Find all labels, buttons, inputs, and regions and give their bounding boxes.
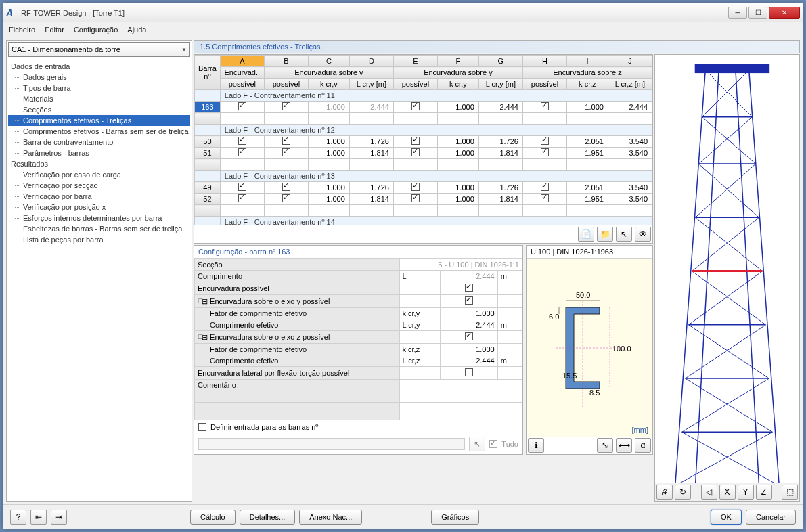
detalhes-button[interactable]: Detalhes... [240, 510, 296, 525]
info-icon[interactable]: ℹ [528, 438, 544, 453]
next-icon[interactable]: ⇥ [51, 510, 67, 525]
menu-editar[interactable]: Editar [45, 26, 64, 34]
menu-config[interactable]: Configuração [74, 26, 118, 34]
tree-item[interactable]: Secções [8, 104, 190, 115]
checkbox[interactable] [238, 137, 246, 145]
menu-ficheiro[interactable]: Ficheiro [9, 26, 35, 34]
checkbox[interactable] [541, 148, 549, 156]
config-panel: Configuração - barra nº 163 Secção5 - U … [194, 245, 523, 455]
view-3d-icon[interactable]: ⬚ [782, 485, 798, 500]
tree-item[interactable]: Verificação por posição x [8, 202, 190, 213]
case-combo[interactable]: CA1 - Dimensionamento da torre [8, 42, 190, 57]
checkbox[interactable] [238, 102, 246, 110]
minimize-button[interactable]: ─ [728, 7, 747, 19]
tree-item[interactable]: Barra de contraventamento [8, 137, 190, 148]
svg-line-30 [692, 217, 759, 271]
checkbox[interactable] [282, 148, 290, 156]
checkbox[interactable] [541, 137, 549, 145]
maximize-button[interactable]: ☐ [748, 7, 767, 19]
svg-text:15.5: 15.5 [562, 372, 577, 380]
checkbox[interactable] [282, 137, 290, 145]
config-title: Configuração - barra nº 163 [194, 246, 522, 259]
titlebar: A RF-TOWER Design - [Torre T1] ─ ☐ ✕ [3, 3, 803, 22]
tree-item[interactable]: Verificação por secção [8, 180, 190, 191]
prev-icon[interactable]: ⇤ [30, 510, 47, 525]
help-icon[interactable]: ? [10, 510, 26, 525]
eye-icon[interactable]: 👁 [635, 227, 651, 242]
checkbox[interactable] [541, 194, 549, 202]
tree-item[interactable]: Esbeltezas de barras - Barras sem ser de… [8, 223, 190, 234]
checkbox[interactable] [411, 183, 420, 191]
svg-text:100.0: 100.0 [612, 345, 631, 353]
checkbox[interactable] [411, 102, 420, 110]
checkbox[interactable] [411, 194, 420, 202]
checkbox[interactable] [238, 183, 246, 191]
svg-line-12 [695, 70, 719, 485]
tree-item[interactable]: Verificação por barra [8, 191, 190, 202]
section-title: U 100 | DIN 1026-1:1963 [527, 246, 652, 259]
tudo-checkbox[interactable] [489, 440, 497, 448]
svg-line-31 [695, 217, 762, 271]
menu-ajuda[interactable]: Ajuda [127, 26, 146, 34]
3d-viewer[interactable]: 🖨 ↻ ◁ X Y Z ⬚ [654, 54, 800, 502]
tree-item[interactable]: Lista de peças por barra [8, 234, 190, 245]
pick-icon[interactable]: ↖ [616, 227, 632, 242]
svg-line-32 [695, 164, 755, 217]
checkbox[interactable] [465, 332, 473, 340]
axis-icon[interactable]: ⤡ [597, 438, 613, 453]
view-rotate-icon[interactable]: ↻ [675, 485, 691, 500]
checkbox[interactable] [282, 194, 290, 202]
view-z-icon[interactable]: Z [756, 485, 772, 500]
graficos-button[interactable]: Gráficos [431, 510, 479, 525]
checkbox[interactable] [238, 148, 246, 156]
effective-lengths-table[interactable]: BarranºABCDEFGHIJEncurvad..Encurvadura s… [194, 55, 652, 225]
close-button[interactable]: ✕ [769, 7, 800, 19]
tree-group-input: Dados de entrada [8, 61, 190, 72]
checkbox[interactable] [411, 148, 420, 156]
tree-item[interactable]: Esforços internos determinantes por barr… [8, 213, 190, 223]
svg-line-28 [689, 271, 763, 325]
tree-item[interactable]: Materiais [8, 93, 190, 104]
checkbox[interactable] [465, 284, 473, 292]
view-x-icon[interactable]: X [719, 485, 736, 500]
svg-text:50.0: 50.0 [576, 291, 590, 299]
tree-item-selected[interactable]: Comprimentos efetivos - Treliças [8, 115, 190, 126]
bars-input [198, 438, 465, 450]
view-print-icon[interactable]: 🖨 [656, 485, 673, 500]
view-iso-icon[interactable]: ◁ [701, 485, 717, 500]
ok-button[interactable]: OK [711, 510, 742, 525]
svg-line-33 [698, 164, 759, 217]
calculo-button[interactable]: Cálculo [190, 510, 236, 525]
checkbox[interactable] [541, 183, 549, 191]
app-window: A RF-TOWER Design - [Torre T1] ─ ☐ ✕ Fic… [3, 3, 803, 529]
svg-line-29 [692, 271, 765, 325]
values-icon[interactable]: α [635, 438, 651, 453]
checkbox[interactable] [238, 194, 246, 202]
checkbox[interactable] [282, 102, 290, 110]
pick-bars-icon[interactable]: ↖ [469, 437, 485, 451]
section-panel: U 100 | DIN 1026-1:1963 50.0 6.0 100.0 [526, 245, 653, 455]
checkbox[interactable] [541, 102, 549, 110]
checkbox[interactable] [465, 368, 473, 376]
svg-line-35 [702, 117, 755, 164]
sidebar: CA1 - Dimensionamento da torre Dados de … [6, 40, 192, 502]
cancelar-button[interactable]: Cancelar [746, 510, 796, 525]
define-checkbox[interactable] [198, 423, 206, 431]
anexo-button[interactable]: Anexo Nac... [299, 510, 362, 525]
tree-item[interactable]: Tipos de barra [8, 83, 190, 93]
checkbox[interactable] [411, 137, 420, 145]
app-icon: A [6, 7, 17, 18]
menubar: Ficheiro Editar Configuração Ajuda [3, 22, 803, 37]
checkbox[interactable] [465, 296, 473, 305]
checkbox[interactable] [282, 183, 290, 191]
dimension-icon[interactable]: ⟷ [616, 438, 632, 453]
import-icon[interactable]: 📄 [578, 227, 594, 242]
tree-item[interactable]: Dados gerais [8, 72, 190, 83]
folder-icon[interactable]: 📁 [597, 227, 613, 242]
tree-item[interactable]: Parâmetros - barras [8, 148, 190, 158]
properties-table[interactable]: Secção5 - U 100 | DIN 1026-1:1 Comprimen… [194, 259, 522, 420]
svg-line-37 [705, 70, 752, 116]
view-y-icon[interactable]: Y [738, 485, 754, 500]
tree-item[interactable]: Comprimentos efetivos - Barras sem ser d… [8, 126, 190, 137]
tree-item[interactable]: Verificação por caso de carga [8, 169, 190, 180]
